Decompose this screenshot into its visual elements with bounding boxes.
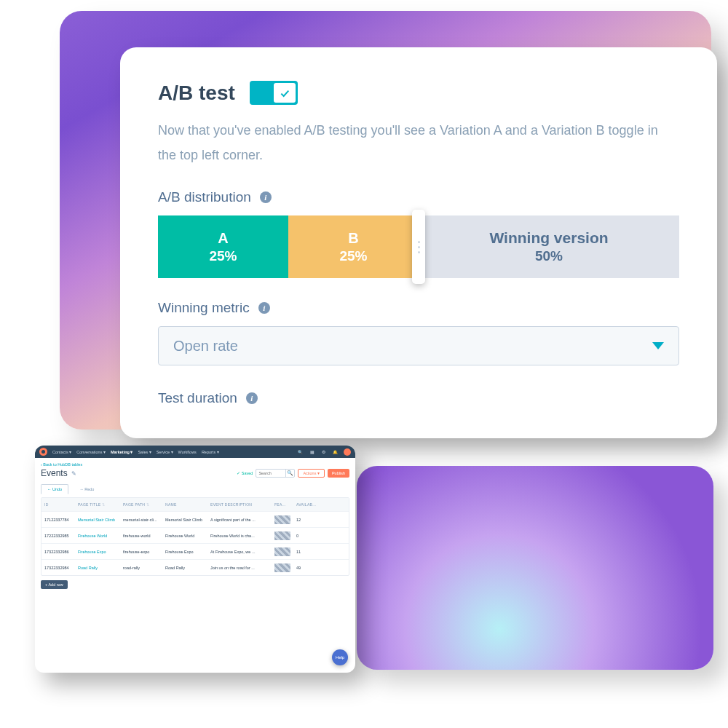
- nav-sales[interactable]: Sales ▾: [138, 450, 151, 454]
- test-duration-label: Test duration: [158, 390, 237, 406]
- gradient-backdrop-bottom: [357, 466, 713, 670]
- nav-conversations[interactable]: Conversations ▾: [76, 450, 106, 454]
- events-table: ID PAGE TITLE⇅ PAGE PATH⇅ NAME EVENT DES…: [41, 497, 349, 576]
- top-nav: Contacts ▾ Conversations ▾ Marketing ▾ S…: [35, 446, 355, 458]
- segment-a-label: A: [218, 230, 228, 247]
- distribution-label-row: A/B distribution i: [158, 189, 679, 205]
- info-icon[interactable]: i: [258, 302, 270, 314]
- chevron-down-icon: [652, 342, 664, 349]
- ab-test-toggle[interactable]: [250, 81, 298, 105]
- add-row-button[interactable]: + Add row: [41, 580, 68, 589]
- saved-status: ✓ Saved: [237, 471, 253, 475]
- ab-test-panel: A/B test Now that you've enabled A/B tes…: [120, 47, 717, 438]
- breadcrumb[interactable]: ‹ Back to HubDB tables: [41, 462, 349, 467]
- search-icon[interactable]: 🔍: [285, 469, 294, 478]
- page-title: Events ✎: [41, 468, 76, 478]
- col-desc: EVENT DESCRIPTION: [210, 502, 274, 507]
- nav-reports[interactable]: Reports ▾: [202, 450, 219, 454]
- segment-winning-label: Winning version: [489, 229, 608, 247]
- col-avail: AVAILAB...: [296, 502, 318, 507]
- col-page-path: PAGE PATH⇅: [123, 502, 165, 507]
- redo-button[interactable]: → Redo: [73, 484, 100, 494]
- segment-b-pct: 25%: [339, 248, 367, 264]
- col-id: ID: [44, 502, 78, 507]
- table-row[interactable]: 17322332984 Road Rally road-rally Road R…: [41, 559, 349, 575]
- thumbnail-icon: [274, 563, 290, 572]
- events-panel: Contacts ▾ Conversations ▾ Marketing ▾ S…: [35, 446, 355, 673]
- test-duration-label-row: Test duration i: [158, 390, 679, 406]
- segment-a[interactable]: A 25%: [158, 215, 288, 278]
- publish-button[interactable]: Publish: [328, 469, 349, 478]
- settings-icon[interactable]: ⚙: [320, 448, 327, 455]
- nav-workflows[interactable]: Workflows: [178, 450, 197, 454]
- hubspot-logo-icon[interactable]: [39, 448, 47, 456]
- thumbnail-icon: [274, 531, 290, 540]
- nav-marketing[interactable]: Marketing ▾: [111, 450, 133, 454]
- segment-winning[interactable]: Winning version 50%: [419, 215, 679, 278]
- info-icon[interactable]: i: [246, 392, 258, 404]
- col-page-title: PAGE TITLE⇅: [78, 502, 123, 507]
- info-icon[interactable]: i: [260, 191, 272, 203]
- winning-metric-select[interactable]: Open rate: [158, 326, 679, 365]
- col-fea: FEA...: [274, 502, 296, 507]
- check-icon: [279, 87, 290, 99]
- marketplace-icon[interactable]: ▦: [309, 448, 315, 455]
- notifications-icon[interactable]: 🔔: [332, 448, 339, 455]
- ab-test-title: A/B test: [158, 82, 235, 105]
- thumbnail-icon: [274, 547, 290, 556]
- toggle-knob: [274, 83, 296, 103]
- segment-a-pct: 25%: [209, 248, 237, 264]
- help-button[interactable]: Help: [332, 649, 348, 665]
- segment-b[interactable]: B 25%: [288, 215, 419, 278]
- distribution-bar: A 25% B 25% Winning version 50%: [158, 215, 679, 278]
- search-input[interactable]: [256, 471, 285, 475]
- segment-winning-pct: 50%: [535, 248, 563, 264]
- ab-test-description: Now that you've enabled A/B testing you'…: [158, 118, 679, 167]
- thumbnail-icon: [274, 515, 290, 524]
- table-row[interactable]: 17322332986 Firehouse Expo firehouse-exp…: [41, 543, 349, 559]
- table-row[interactable]: 17222332985 Firehouse World firehouse-wo…: [41, 527, 349, 543]
- segment-b-label: B: [348, 230, 358, 247]
- table-row[interactable]: 17122337784 Memorial Stair Climb memoria…: [41, 511, 349, 527]
- search-input-wrapper: 🔍: [256, 469, 295, 478]
- nav-service[interactable]: Service ▾: [157, 450, 173, 454]
- distribution-label: A/B distribution: [158, 189, 251, 205]
- undo-button[interactable]: ← Undo: [41, 484, 68, 494]
- table-header: ID PAGE TITLE⇅ PAGE PATH⇅ NAME EVENT DES…: [41, 498, 349, 511]
- avatar[interactable]: [344, 448, 351, 456]
- winning-metric-value: Open rate: [173, 338, 238, 355]
- winning-metric-label: Winning metric: [158, 300, 250, 316]
- distribution-handle[interactable]: [412, 210, 425, 284]
- edit-icon[interactable]: ✎: [71, 470, 76, 477]
- search-icon[interactable]: 🔍: [297, 448, 304, 455]
- nav-contacts[interactable]: Contacts ▾: [52, 450, 71, 454]
- winning-metric-label-row: Winning metric i: [158, 300, 679, 316]
- col-name: NAME: [165, 502, 210, 507]
- actions-button[interactable]: Actions ▾: [298, 469, 325, 478]
